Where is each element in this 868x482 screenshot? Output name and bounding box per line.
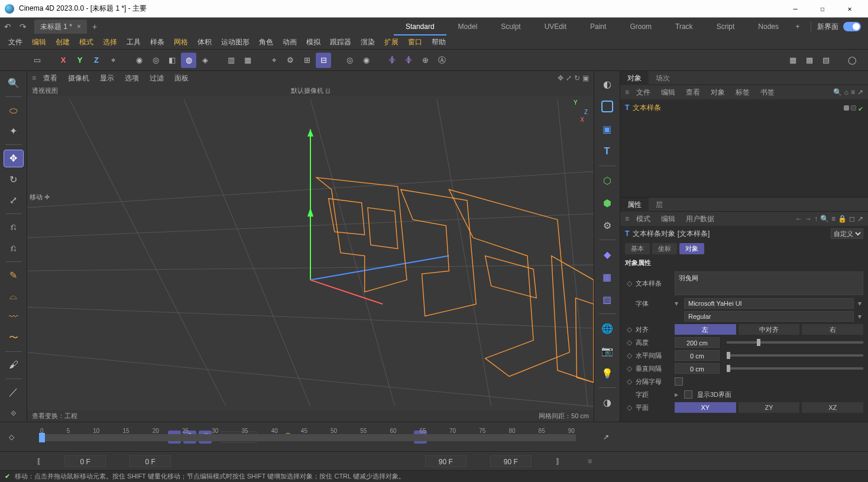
axis-gizmo[interactable]: Y Z X	[563, 101, 587, 124]
field-icon[interactable]: ⸎	[384, 53, 400, 68]
prop-vspace-slider[interactable]	[727, 367, 863, 370]
show3d-checkbox[interactable]	[684, 390, 692, 399]
font-dropdown-icon[interactable]: ▾	[856, 299, 863, 308]
snap-settings-icon[interactable]: ⚙	[283, 53, 298, 68]
vp-menu-cameras[interactable]: 摄像机	[64, 72, 93, 85]
attr-menu-mode[interactable]: 模式	[633, 213, 654, 225]
material-menu-icon[interactable]: ≡	[588, 457, 592, 465]
undo-icon[interactable]: ↶	[0, 22, 15, 31]
layout-tab-paint[interactable]: Paint	[578, 18, 618, 35]
keyframe-mode-icon[interactable]: ◇	[5, 431, 18, 444]
om-menu-objects[interactable]: 对象	[707, 86, 728, 99]
attr-new-icon[interactable]: ◻	[849, 215, 855, 223]
menu-create[interactable]: 创建	[52, 35, 73, 49]
attr-back-icon[interactable]: ←	[795, 215, 802, 223]
uv-icon[interactable]: ▨	[598, 290, 617, 309]
tag1-icon[interactable]: ⊕	[417, 53, 433, 68]
volume-icon[interactable]: ◆	[598, 245, 617, 264]
world-axis-icon[interactable]: ⌖	[105, 53, 121, 68]
child-tool-icon[interactable]: ⎌	[4, 240, 24, 257]
render-view-icon[interactable]: ▦	[785, 53, 801, 68]
picture-viewer-icon[interactable]: ▧	[818, 53, 834, 68]
timeline-ruler[interactable]: 0510 152025 303540 455055 606570 758085 …	[39, 428, 576, 448]
tab-layers[interactable]: 层	[649, 198, 670, 212]
spline-smooth-icon[interactable]: 〜	[4, 329, 24, 347]
menu-tools[interactable]: 工具	[123, 35, 144, 49]
vp-nav-pan-icon[interactable]: ✥	[558, 74, 563, 82]
align-right-button[interactable]: 右	[802, 324, 863, 335]
prop-height-slider[interactable]	[727, 341, 863, 344]
menu-help[interactable]: 帮助	[428, 35, 449, 49]
vp-nav-max-icon[interactable]: ▣	[582, 74, 589, 82]
attr-menu-icon[interactable]: ≡	[831, 215, 835, 223]
layer-dot[interactable]	[844, 105, 849, 111]
sym-on-icon[interactable]: ◉	[358, 53, 374, 68]
text-icon[interactable]: T	[598, 142, 617, 161]
prop-text-value[interactable]: 羽兔网	[675, 271, 863, 295]
align-left-button[interactable]: 左	[675, 324, 736, 335]
menu-window[interactable]: 窗口	[404, 35, 426, 49]
live-select-icon[interactable]: ✦	[4, 122, 24, 140]
toggle-icon[interactable]	[843, 22, 861, 31]
camera-icon[interactable]: 📷	[598, 341, 617, 360]
prop-font-value[interactable]: Microsoft YaHei UI	[684, 298, 854, 309]
vp-menu-panel[interactable]: 面板	[171, 72, 192, 85]
snap-magnet-icon[interactable]: ⌖	[266, 53, 281, 68]
om-search-icon[interactable]: 🔍	[833, 88, 842, 96]
prop-vspace-value[interactable]: 0 cm	[675, 363, 720, 374]
globe-icon[interactable]: 🌐	[598, 319, 617, 338]
layout-tab-uvedit[interactable]: UVEdit	[533, 18, 578, 35]
plane-zy-button[interactable]: ZY	[739, 402, 800, 413]
plane-xy-button[interactable]: XY	[675, 402, 736, 413]
new-ui-toggle[interactable]: 新界面	[817, 22, 868, 32]
material-icon[interactable]: ◑	[598, 393, 617, 412]
om-filter-icon[interactable]: ≡	[851, 88, 855, 96]
maximize-button[interactable]: ☐	[809, 0, 836, 18]
menu-volume[interactable]: 体积	[194, 35, 215, 49]
menu-edit[interactable]: 编辑	[28, 35, 50, 49]
enabled-check-icon[interactable]: ✔	[858, 105, 863, 111]
deform2-icon[interactable]: ▦	[240, 53, 255, 68]
knife-icon[interactable]: ／	[4, 384, 24, 401]
attr-popout-icon[interactable]: ↗	[857, 215, 863, 223]
prop-hspace-value[interactable]: 0 cm	[675, 350, 720, 361]
spline-sketch-icon[interactable]: 〰	[4, 308, 24, 325]
prim-sphere-icon[interactable]: ◎	[148, 53, 163, 68]
attr-search-icon[interactable]: 🔍	[820, 215, 829, 223]
menu-extensions[interactable]: 扩展	[381, 35, 402, 49]
kern-expand-icon[interactable]: ▸	[675, 390, 682, 399]
menu-spline[interactable]: 样条	[147, 35, 168, 49]
move-tool-icon[interactable]: ✥	[4, 150, 24, 167]
extrude-icon[interactable]: ⟐	[4, 405, 24, 422]
prop-font-style[interactable]: Regular	[684, 311, 854, 322]
subtab-coord[interactable]: 坐标	[652, 243, 677, 254]
range-start-1[interactable]: 0 F	[64, 455, 106, 467]
frame-icon[interactable]	[598, 97, 617, 116]
tab-attributes[interactable]: 属性	[620, 198, 649, 212]
tab-objects[interactable]: 对象	[620, 71, 649, 85]
parent-tool-icon[interactable]: ⎌	[4, 219, 24, 236]
tab-takes[interactable]: 场次	[649, 71, 677, 85]
plane-xz-button[interactable]: XZ	[802, 402, 863, 413]
quantize-icon[interactable]: ⊟	[316, 53, 331, 68]
object-tree[interactable]: T 文本样条 ✔	[620, 99, 868, 197]
gear-icon[interactable]: ⚙	[598, 216, 617, 235]
close-tab-icon[interactable]: ×	[77, 22, 81, 31]
menu-mesh[interactable]: 网格	[170, 35, 192, 49]
close-button[interactable]: ✕	[836, 0, 863, 18]
tag2-icon[interactable]: Ⓐ	[434, 53, 449, 68]
attr-lock-icon[interactable]: 🔒	[838, 215, 847, 223]
menu-simulate[interactable]: 模拟	[303, 35, 324, 49]
attr-menu-edit[interactable]: 编辑	[658, 213, 679, 225]
axis-z-toggle[interactable]: Z	[89, 53, 104, 68]
material-circle-icon[interactable]: ◯	[844, 53, 860, 68]
attr-fwd-icon[interactable]: →	[805, 215, 812, 223]
layout-tab-groom[interactable]: Groom	[618, 18, 663, 35]
expand-icon[interactable]: ▾	[675, 299, 682, 308]
vp-menu-options[interactable]: 选项	[121, 72, 142, 85]
add-layout-icon[interactable]: +	[791, 22, 805, 31]
vp-nav-zoom-icon[interactable]: ⤢	[566, 74, 572, 82]
scale-tool-icon[interactable]: ⤢	[4, 192, 24, 209]
layout-tab-script[interactable]: Script	[705, 18, 747, 35]
vp-menu-view[interactable]: 查看	[40, 72, 61, 85]
